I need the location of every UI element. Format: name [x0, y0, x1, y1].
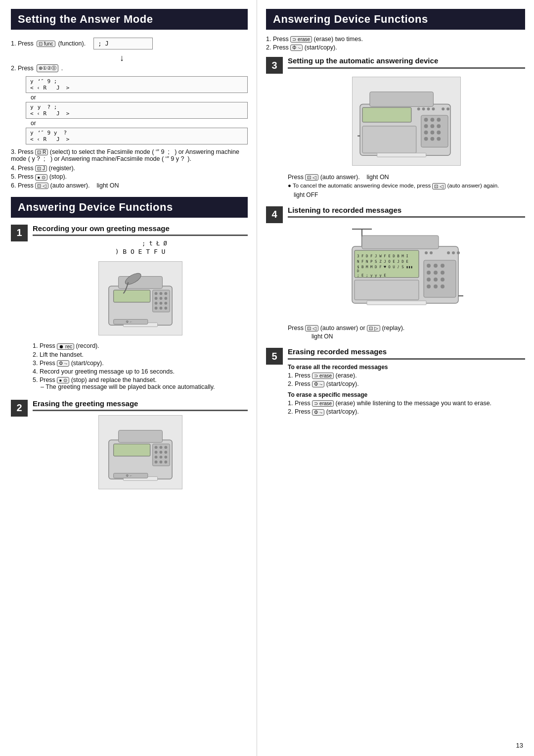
svg-point-82 — [441, 264, 445, 268]
num4-content: Listening to recorded messages — [288, 205, 525, 340]
numbered-section-5: 5 Erasing recorded messages To erase all… — [266, 347, 525, 417]
erase-spec-step2: 2. Press Φ ·- (start/copy). — [288, 408, 525, 415]
svg-text:; E ;   y y y  E: ; E ; y y y E — [357, 273, 386, 278]
svg-text:3 F D F J W F E  D B M I: 3 F D F J W F E D B M I — [357, 254, 408, 258]
start-copy-icon-4: Φ ·- — [312, 409, 324, 416]
svg-point-60 — [437, 137, 441, 141]
svg-rect-92 — [355, 280, 419, 300]
num3-press-line: Press ⊡ ◁ (auto answer). light ON — [288, 174, 525, 181]
mode-box-3: y ‘″ 9 y ? < ‹ R J > — [26, 128, 248, 144]
num3-content: Setting up the automatic answering devic… — [288, 56, 525, 198]
mode-box-2: y y ? ; < ‹ R J > — [26, 102, 248, 119]
num-badge-5: 5 — [266, 348, 283, 365]
svg-point-59 — [430, 137, 434, 141]
svg-point-6 — [164, 292, 167, 295]
step2-line: 2. Press ⊕①②⓪. — [11, 64, 248, 72]
num-badge-1: 1 — [11, 225, 28, 241]
num1-content: Recording your own greeting message ; t … — [33, 224, 248, 392]
erase-top-step1-text: (erase) two times. — [314, 36, 363, 43]
svg-rect-21 — [118, 430, 162, 443]
start-copy-icon-1: Φ ·- — [57, 360, 69, 367]
svg-point-51 — [437, 118, 441, 122]
section-answer-mode-title: Setting the Answer Mode — [18, 13, 153, 25]
device-right-wrap-4: 3 F D F J W F E D B M I N F N P S Z J O … — [288, 222, 525, 321]
fax-svg-2: Φ ← — [99, 416, 182, 489]
steps-3-6: 3. Press ⊡ R (select) to select the Facs… — [11, 148, 248, 189]
section-answer-mode-header: Setting the Answer Mode — [11, 9, 248, 30]
svg-point-75 — [430, 251, 433, 254]
svg-rect-67 — [362, 236, 439, 249]
mode-sub-1: < ‹ R J > — [30, 85, 243, 91]
start-copy-icon-3: Φ ·- — [312, 381, 324, 387]
step1-line: 1. Press ⊡ func (function). ; J — [11, 36, 248, 51]
svg-point-9 — [164, 297, 167, 300]
start-copy-icon-2: Φ ·- — [290, 45, 303, 51]
svg-point-27 — [154, 451, 157, 454]
svg-point-81 — [434, 264, 438, 268]
svg-point-89 — [427, 284, 431, 288]
step4: 4. Press ⊡ J (register). — [11, 165, 248, 172]
or-1: or — [31, 94, 248, 101]
step1-press-text: 1. Press — [11, 40, 34, 47]
auto-answer-icon-3: ⊡ ◁ — [432, 183, 445, 189]
mode-sub-3: < ‹ R J > — [30, 136, 243, 142]
code-icon: ⊕①②⓪ — [37, 64, 58, 72]
rec-step5: 5. Press ● ⊙ (stop) and replace the hand… — [33, 377, 248, 390]
mode-val-1: ‘″ 9 ; — [38, 78, 57, 85]
section-adf-header-left: Answering Device Functions — [11, 197, 248, 218]
fax-svg-3 — [353, 77, 460, 165]
erase-all-step1: 1. Press ⊃ erase (erase). — [288, 372, 525, 379]
svg-point-57 — [437, 131, 441, 135]
svg-point-33 — [154, 461, 157, 464]
numbered-section-3: 3 Setting up the automatic answering dev… — [266, 56, 525, 198]
svg-point-83 — [427, 271, 431, 275]
fax-device-3 — [352, 77, 461, 166]
svg-text:Φ ←: Φ ← — [126, 321, 133, 324]
num4-light: light ON — [312, 333, 525, 340]
mode-options: y ‘″ 9 ; < ‹ R J > or y y ? ; < ‹ R J > … — [26, 76, 248, 144]
num2-content: Erasing the greeting message — [33, 399, 248, 494]
svg-point-47 — [446, 107, 449, 110]
num-badge-3: 3 — [266, 57, 283, 74]
num4-title: Listening to recorded messages — [288, 205, 525, 218]
display-line1-text: ; J — [98, 40, 109, 47]
num3-title: Setting up the automatic answering devic… — [288, 56, 525, 69]
svg-point-50 — [430, 118, 434, 122]
replay-icon: ⊡ ▷ — [367, 325, 380, 331]
greeting-display-main: ) B O E T F U — [115, 248, 166, 255]
stop-icon-2: ● ⊙ — [57, 377, 69, 383]
num3-note: ● To cancel the automatic answering devi… — [288, 183, 525, 189]
erase-icon-1: ⊃ erase — [290, 36, 312, 43]
erase-icon-2: ⊃ erase — [312, 373, 334, 379]
svg-rect-2 — [113, 290, 150, 303]
svg-point-4 — [154, 292, 157, 295]
numbered-section-2: 2 Erasing the greeting message — [11, 399, 248, 494]
arrow-down: ↓ — [120, 53, 248, 63]
erase-all-label: To erase all the recorded messages — [288, 364, 525, 371]
function-icon: ⊡ func — [37, 41, 55, 47]
num4-press-line: Press ⊡ ◁ (auto answer) or ⊡ ▷ (replay). — [288, 325, 525, 331]
svg-point-15 — [164, 307, 167, 310]
greeting-display-top: ; t Ł Ø — [113, 240, 167, 247]
svg-point-29 — [164, 451, 167, 454]
num5-title: Erasing recorded messages — [288, 347, 525, 360]
mode-label-3: y — [30, 130, 34, 136]
register-icon: ⊡ J — [35, 165, 47, 172]
num-badge-2: 2 — [11, 400, 28, 417]
num-badge-4: 4 — [266, 206, 283, 223]
svg-point-35 — [164, 461, 167, 464]
svg-point-58 — [424, 137, 428, 141]
svg-point-13 — [154, 307, 157, 310]
erase-icon-3: ⊃ erase — [312, 400, 334, 407]
rec-step4: 4. Record your greeting message up to 16… — [33, 368, 248, 375]
svg-point-30 — [154, 456, 157, 459]
svg-point-77 — [452, 251, 455, 254]
rec-step3: 3. Press Φ ·- (start/copy). — [33, 360, 248, 367]
svg-point-86 — [427, 278, 431, 282]
svg-point-85 — [441, 271, 445, 275]
device-display-wrap: 3 F D F J W F E D B M I N F N P S Z J O … — [347, 222, 466, 321]
auto-answer-icon-2: ⊡ ◁ — [305, 174, 318, 181]
svg-point-46 — [442, 107, 445, 110]
svg-point-14 — [159, 307, 162, 310]
section-adf-title-right: Answering Device Functions — [273, 13, 428, 25]
